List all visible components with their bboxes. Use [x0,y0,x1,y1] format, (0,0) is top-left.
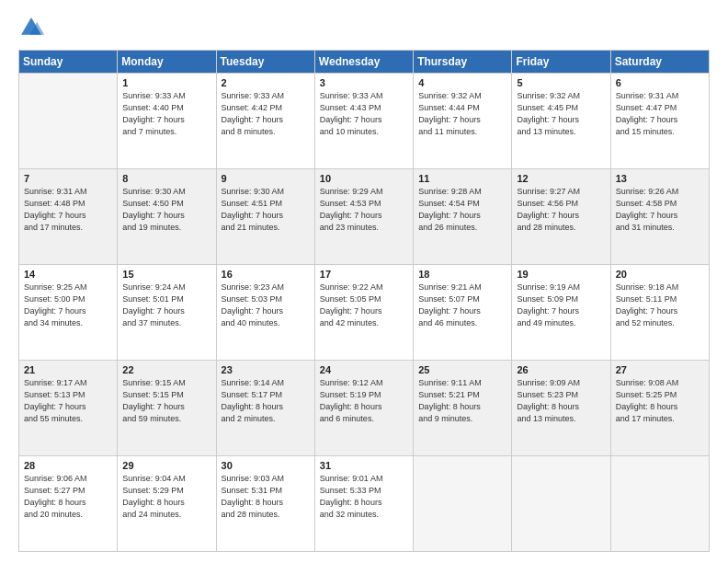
day-number: 24 [320,364,408,375]
day-number: 26 [517,364,605,375]
calendar-header-saturday: Saturday [610,51,709,74]
day-info: Sunrise: 9:23 AM Sunset: 5:03 PM Dayligh… [222,282,310,329]
calendar-cell: 20Sunrise: 9:18 AM Sunset: 5:11 PM Dayli… [610,265,709,361]
day-number: 9 [222,173,310,184]
day-info: Sunrise: 9:32 AM Sunset: 4:45 PM Dayligh… [517,90,605,138]
calendar-cell: 10Sunrise: 9:29 AM Sunset: 4:53 PM Dayli… [314,169,413,265]
calendar-cell: 12Sunrise: 9:27 AM Sunset: 4:56 PM Dayli… [512,169,610,265]
calendar-header-sunday: Sunday [19,51,118,74]
day-info: Sunrise: 9:08 AM Sunset: 5:25 PM Dayligh… [616,377,704,425]
day-info: Sunrise: 9:32 AM Sunset: 4:44 PM Dayligh… [418,90,506,138]
day-number: 27 [616,364,704,375]
calendar-cell: 15Sunrise: 9:24 AM Sunset: 5:01 PM Dayli… [118,265,216,361]
day-info: Sunrise: 9:17 AM Sunset: 5:13 PM Dayligh… [24,377,112,425]
day-info: Sunrise: 9:25 AM Sunset: 5:00 PM Dayligh… [24,282,112,329]
day-number: 13 [616,173,704,184]
calendar-cell: 30Sunrise: 9:03 AM Sunset: 5:31 PM Dayli… [216,456,314,552]
calendar-week-row: 7Sunrise: 9:31 AM Sunset: 4:48 PM Daylig… [19,169,710,265]
calendar-cell [19,74,118,169]
day-info: Sunrise: 9:30 AM Sunset: 4:51 PM Dayligh… [222,186,310,234]
calendar-cell: 13Sunrise: 9:26 AM Sunset: 4:58 PM Dayli… [610,169,709,265]
day-number: 7 [24,173,112,184]
day-info: Sunrise: 9:33 AM Sunset: 4:43 PM Dayligh… [320,90,408,138]
day-info: Sunrise: 9:11 AM Sunset: 5:21 PM Dayligh… [418,377,506,425]
calendar-header-monday: Monday [118,51,216,74]
calendar-cell: 11Sunrise: 9:28 AM Sunset: 4:54 PM Dayli… [414,169,512,265]
day-info: Sunrise: 9:26 AM Sunset: 4:58 PM Dayligh… [616,186,704,234]
day-number: 2 [222,77,310,88]
day-number: 8 [122,173,210,184]
day-info: Sunrise: 9:24 AM Sunset: 5:01 PM Dayligh… [122,282,210,329]
day-number: 29 [122,460,210,471]
day-info: Sunrise: 9:31 AM Sunset: 4:47 PM Dayligh… [616,90,704,138]
calendar-cell [414,456,512,552]
day-info: Sunrise: 9:28 AM Sunset: 4:54 PM Dayligh… [418,186,506,234]
calendar-cell: 7Sunrise: 9:31 AM Sunset: 4:48 PM Daylig… [19,169,118,265]
calendar-header-row: SundayMondayTuesdayWednesdayThursdayFrid… [19,51,710,74]
calendar-cell: 2Sunrise: 9:33 AM Sunset: 4:42 PM Daylig… [216,74,314,169]
day-number: 16 [222,269,310,280]
day-info: Sunrise: 9:33 AM Sunset: 4:42 PM Dayligh… [222,90,310,138]
day-number: 10 [320,173,408,184]
calendar-cell: 14Sunrise: 9:25 AM Sunset: 5:00 PM Dayli… [19,265,118,361]
day-number: 5 [517,77,605,88]
calendar-week-row: 14Sunrise: 9:25 AM Sunset: 5:00 PM Dayli… [19,265,710,361]
day-number: 15 [122,269,210,280]
page: SundayMondayTuesdayWednesdayThursdayFrid… [0,0,728,563]
day-info: Sunrise: 9:18 AM Sunset: 5:11 PM Dayligh… [616,282,704,329]
calendar-cell: 24Sunrise: 9:12 AM Sunset: 5:19 PM Dayli… [314,361,413,456]
day-number: 6 [616,77,704,88]
calendar-cell: 21Sunrise: 9:17 AM Sunset: 5:13 PM Dayli… [19,361,118,456]
calendar-week-row: 1Sunrise: 9:33 AM Sunset: 4:40 PM Daylig… [19,74,710,169]
calendar-cell: 18Sunrise: 9:21 AM Sunset: 5:07 PM Dayli… [414,265,512,361]
calendar-cell: 17Sunrise: 9:22 AM Sunset: 5:05 PM Dayli… [314,265,413,361]
day-number: 4 [418,77,506,88]
day-number: 3 [320,77,408,88]
calendar-cell: 31Sunrise: 9:01 AM Sunset: 5:33 PM Dayli… [314,456,413,552]
calendar-cell: 3Sunrise: 9:33 AM Sunset: 4:43 PM Daylig… [314,74,413,169]
day-info: Sunrise: 9:30 AM Sunset: 4:50 PM Dayligh… [122,186,210,234]
day-info: Sunrise: 9:06 AM Sunset: 5:27 PM Dayligh… [24,473,112,521]
day-number: 19 [517,269,605,280]
day-info: Sunrise: 9:14 AM Sunset: 5:17 PM Dayligh… [222,377,310,425]
logo [18,15,48,40]
day-info: Sunrise: 9:22 AM Sunset: 5:05 PM Dayligh… [320,282,408,329]
calendar-cell: 9Sunrise: 9:30 AM Sunset: 4:51 PM Daylig… [216,169,314,265]
calendar-cell: 5Sunrise: 9:32 AM Sunset: 4:45 PM Daylig… [512,74,610,169]
calendar-cell: 19Sunrise: 9:19 AM Sunset: 5:09 PM Dayli… [512,265,610,361]
calendar-header-friday: Friday [512,51,610,74]
day-number: 20 [616,269,704,280]
day-number: 17 [320,269,408,280]
day-info: Sunrise: 9:12 AM Sunset: 5:19 PM Dayligh… [320,377,408,425]
calendar-cell: 27Sunrise: 9:08 AM Sunset: 5:25 PM Dayli… [610,361,709,456]
day-number: 12 [517,173,605,184]
calendar-cell: 29Sunrise: 9:04 AM Sunset: 5:29 PM Dayli… [118,456,216,552]
day-info: Sunrise: 9:09 AM Sunset: 5:23 PM Dayligh… [517,377,605,425]
header [18,15,710,40]
day-info: Sunrise: 9:15 AM Sunset: 5:15 PM Dayligh… [122,377,210,425]
day-number: 11 [418,173,506,184]
day-info: Sunrise: 9:29 AM Sunset: 4:53 PM Dayligh… [320,186,408,234]
day-number: 21 [24,364,112,375]
calendar-cell: 4Sunrise: 9:32 AM Sunset: 4:44 PM Daylig… [414,74,512,169]
calendar-cell: 22Sunrise: 9:15 AM Sunset: 5:15 PM Dayli… [118,361,216,456]
calendar-header-tuesday: Tuesday [216,51,314,74]
calendar-header-wednesday: Wednesday [314,51,413,74]
calendar-cell: 6Sunrise: 9:31 AM Sunset: 4:47 PM Daylig… [610,74,709,169]
day-info: Sunrise: 9:21 AM Sunset: 5:07 PM Dayligh… [418,282,506,329]
calendar-cell [512,456,610,552]
day-number: 31 [320,460,408,471]
calendar-week-row: 21Sunrise: 9:17 AM Sunset: 5:13 PM Dayli… [19,361,710,456]
day-info: Sunrise: 9:03 AM Sunset: 5:31 PM Dayligh… [222,473,310,521]
day-info: Sunrise: 9:19 AM Sunset: 5:09 PM Dayligh… [517,282,605,329]
day-number: 30 [222,460,310,471]
day-info: Sunrise: 9:27 AM Sunset: 4:56 PM Dayligh… [517,186,605,234]
day-number: 23 [222,364,310,375]
day-number: 28 [24,460,112,471]
calendar-cell: 16Sunrise: 9:23 AM Sunset: 5:03 PM Dayli… [216,265,314,361]
day-info: Sunrise: 9:04 AM Sunset: 5:29 PM Dayligh… [122,473,210,521]
day-info: Sunrise: 9:01 AM Sunset: 5:33 PM Dayligh… [320,473,408,521]
calendar-cell: 8Sunrise: 9:30 AM Sunset: 4:50 PM Daylig… [118,169,216,265]
logo-icon [18,15,44,40]
day-number: 25 [418,364,506,375]
